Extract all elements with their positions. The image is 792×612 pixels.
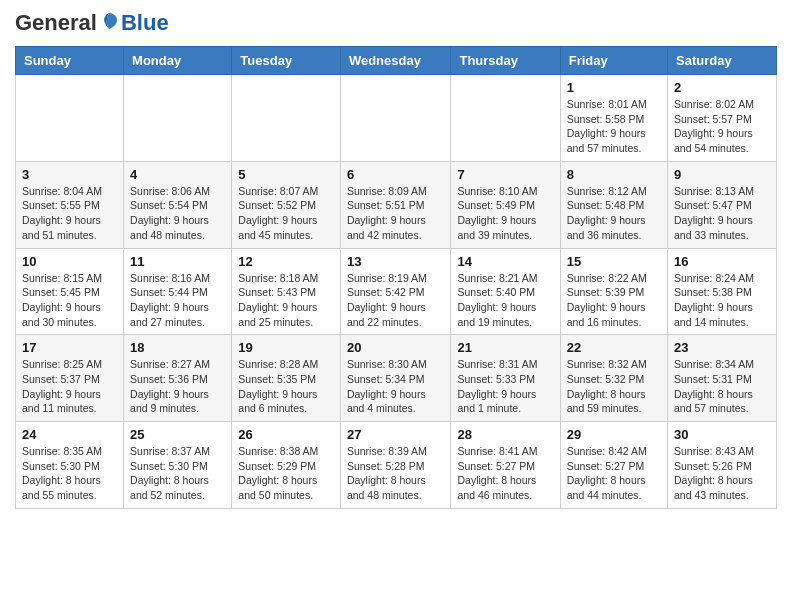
day-info: Sunrise: 8:22 AM Sunset: 5:39 PM Dayligh… [567,271,661,330]
logo-text: General Blue [15,10,169,36]
calendar-cell: 4Sunrise: 8:06 AM Sunset: 5:54 PM Daylig… [124,161,232,248]
weekday-header-tuesday: Tuesday [232,47,341,75]
day-info: Sunrise: 8:04 AM Sunset: 5:55 PM Dayligh… [22,184,117,243]
day-number: 23 [674,340,770,355]
day-number: 21 [457,340,553,355]
week-row-2: 3Sunrise: 8:04 AM Sunset: 5:55 PM Daylig… [16,161,777,248]
day-number: 12 [238,254,334,269]
day-info: Sunrise: 8:24 AM Sunset: 5:38 PM Dayligh… [674,271,770,330]
logo-blue: Blue [121,10,169,36]
day-info: Sunrise: 8:16 AM Sunset: 5:44 PM Dayligh… [130,271,225,330]
calendar-cell: 7Sunrise: 8:10 AM Sunset: 5:49 PM Daylig… [451,161,560,248]
calendar-cell [232,75,341,162]
day-info: Sunrise: 8:43 AM Sunset: 5:26 PM Dayligh… [674,444,770,503]
calendar-cell: 11Sunrise: 8:16 AM Sunset: 5:44 PM Dayli… [124,248,232,335]
day-info: Sunrise: 8:10 AM Sunset: 5:49 PM Dayligh… [457,184,553,243]
calendar-cell: 9Sunrise: 8:13 AM Sunset: 5:47 PM Daylig… [668,161,777,248]
weekday-header-wednesday: Wednesday [340,47,451,75]
day-info: Sunrise: 8:41 AM Sunset: 5:27 PM Dayligh… [457,444,553,503]
logo: General Blue [15,10,169,36]
day-info: Sunrise: 8:25 AM Sunset: 5:37 PM Dayligh… [22,357,117,416]
calendar-cell: 20Sunrise: 8:30 AM Sunset: 5:34 PM Dayli… [340,335,451,422]
day-number: 10 [22,254,117,269]
calendar-cell: 28Sunrise: 8:41 AM Sunset: 5:27 PM Dayli… [451,422,560,509]
day-number: 14 [457,254,553,269]
day-info: Sunrise: 8:12 AM Sunset: 5:48 PM Dayligh… [567,184,661,243]
day-info: Sunrise: 8:30 AM Sunset: 5:34 PM Dayligh… [347,357,445,416]
day-info: Sunrise: 8:35 AM Sunset: 5:30 PM Dayligh… [22,444,117,503]
day-info: Sunrise: 8:15 AM Sunset: 5:45 PM Dayligh… [22,271,117,330]
day-info: Sunrise: 8:07 AM Sunset: 5:52 PM Dayligh… [238,184,334,243]
day-number: 8 [567,167,661,182]
calendar-cell: 26Sunrise: 8:38 AM Sunset: 5:29 PM Dayli… [232,422,341,509]
day-number: 29 [567,427,661,442]
day-number: 3 [22,167,117,182]
week-row-1: 1Sunrise: 8:01 AM Sunset: 5:58 PM Daylig… [16,75,777,162]
calendar-cell: 25Sunrise: 8:37 AM Sunset: 5:30 PM Dayli… [124,422,232,509]
week-row-5: 24Sunrise: 8:35 AM Sunset: 5:30 PM Dayli… [16,422,777,509]
day-info: Sunrise: 8:31 AM Sunset: 5:33 PM Dayligh… [457,357,553,416]
logo-general: General [15,10,97,36]
weekday-header-monday: Monday [124,47,232,75]
weekday-header-sunday: Sunday [16,47,124,75]
day-number: 4 [130,167,225,182]
calendar-cell: 27Sunrise: 8:39 AM Sunset: 5:28 PM Dayli… [340,422,451,509]
day-info: Sunrise: 8:13 AM Sunset: 5:47 PM Dayligh… [674,184,770,243]
weekday-header-friday: Friday [560,47,667,75]
day-number: 16 [674,254,770,269]
calendar-cell: 21Sunrise: 8:31 AM Sunset: 5:33 PM Dayli… [451,335,560,422]
calendar-cell: 17Sunrise: 8:25 AM Sunset: 5:37 PM Dayli… [16,335,124,422]
calendar-cell: 22Sunrise: 8:32 AM Sunset: 5:32 PM Dayli… [560,335,667,422]
day-number: 13 [347,254,445,269]
calendar-cell: 14Sunrise: 8:21 AM Sunset: 5:40 PM Dayli… [451,248,560,335]
week-row-3: 10Sunrise: 8:15 AM Sunset: 5:45 PM Dayli… [16,248,777,335]
calendar-cell [16,75,124,162]
calendar: SundayMondayTuesdayWednesdayThursdayFrid… [15,46,777,509]
day-info: Sunrise: 8:21 AM Sunset: 5:40 PM Dayligh… [457,271,553,330]
calendar-cell: 2Sunrise: 8:02 AM Sunset: 5:57 PM Daylig… [668,75,777,162]
day-number: 19 [238,340,334,355]
day-number: 25 [130,427,225,442]
calendar-cell: 16Sunrise: 8:24 AM Sunset: 5:38 PM Dayli… [668,248,777,335]
calendar-cell: 8Sunrise: 8:12 AM Sunset: 5:48 PM Daylig… [560,161,667,248]
day-info: Sunrise: 8:01 AM Sunset: 5:58 PM Dayligh… [567,97,661,156]
weekday-header-saturday: Saturday [668,47,777,75]
day-info: Sunrise: 8:28 AM Sunset: 5:35 PM Dayligh… [238,357,334,416]
day-info: Sunrise: 8:27 AM Sunset: 5:36 PM Dayligh… [130,357,225,416]
day-number: 9 [674,167,770,182]
day-info: Sunrise: 8:42 AM Sunset: 5:27 PM Dayligh… [567,444,661,503]
day-info: Sunrise: 8:34 AM Sunset: 5:31 PM Dayligh… [674,357,770,416]
calendar-cell: 15Sunrise: 8:22 AM Sunset: 5:39 PM Dayli… [560,248,667,335]
calendar-cell: 5Sunrise: 8:07 AM Sunset: 5:52 PM Daylig… [232,161,341,248]
day-number: 11 [130,254,225,269]
calendar-cell: 3Sunrise: 8:04 AM Sunset: 5:55 PM Daylig… [16,161,124,248]
calendar-cell: 18Sunrise: 8:27 AM Sunset: 5:36 PM Dayli… [124,335,232,422]
day-number: 22 [567,340,661,355]
day-info: Sunrise: 8:39 AM Sunset: 5:28 PM Dayligh… [347,444,445,503]
day-info: Sunrise: 8:37 AM Sunset: 5:30 PM Dayligh… [130,444,225,503]
calendar-cell: 6Sunrise: 8:09 AM Sunset: 5:51 PM Daylig… [340,161,451,248]
calendar-cell: 24Sunrise: 8:35 AM Sunset: 5:30 PM Dayli… [16,422,124,509]
calendar-cell [340,75,451,162]
calendar-cell: 29Sunrise: 8:42 AM Sunset: 5:27 PM Dayli… [560,422,667,509]
day-number: 30 [674,427,770,442]
day-number: 17 [22,340,117,355]
calendar-cell: 10Sunrise: 8:15 AM Sunset: 5:45 PM Dayli… [16,248,124,335]
day-info: Sunrise: 8:32 AM Sunset: 5:32 PM Dayligh… [567,357,661,416]
calendar-cell: 13Sunrise: 8:19 AM Sunset: 5:42 PM Dayli… [340,248,451,335]
day-number: 27 [347,427,445,442]
weekday-header-row: SundayMondayTuesdayWednesdayThursdayFrid… [16,47,777,75]
calendar-cell [124,75,232,162]
day-number: 18 [130,340,225,355]
day-number: 6 [347,167,445,182]
calendar-cell [451,75,560,162]
calendar-cell: 1Sunrise: 8:01 AM Sunset: 5:58 PM Daylig… [560,75,667,162]
day-number: 24 [22,427,117,442]
calendar-cell: 30Sunrise: 8:43 AM Sunset: 5:26 PM Dayli… [668,422,777,509]
day-info: Sunrise: 8:02 AM Sunset: 5:57 PM Dayligh… [674,97,770,156]
day-number: 15 [567,254,661,269]
calendar-cell: 23Sunrise: 8:34 AM Sunset: 5:31 PM Dayli… [668,335,777,422]
header: General Blue [15,10,777,36]
day-info: Sunrise: 8:09 AM Sunset: 5:51 PM Dayligh… [347,184,445,243]
day-number: 5 [238,167,334,182]
